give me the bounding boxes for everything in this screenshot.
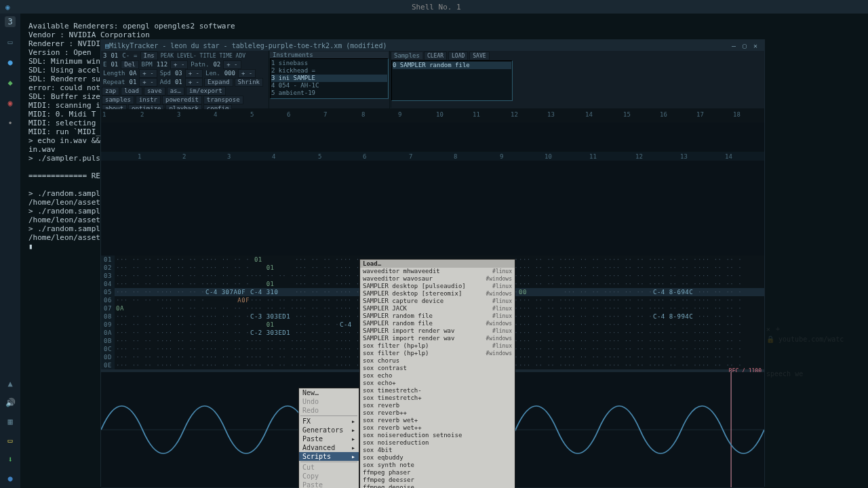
transpose-button[interactable]: transpose bbox=[203, 96, 243, 104]
pattern-cell[interactable]: ··· ·· ·· ··· bbox=[652, 304, 696, 312]
pattern-cell[interactable]: ··· ·· ·· ··· bbox=[159, 312, 204, 321]
ctx-generators[interactable]: Generators▸ bbox=[299, 426, 359, 434]
pattern-cell[interactable]: ··· ·· ·· ··· bbox=[115, 296, 159, 304]
pattern-cell[interactable]: ··· ·· ·· ··· bbox=[159, 296, 204, 304]
pattern-cell[interactable]: ··· ·· ·· ··· bbox=[249, 353, 294, 361]
pattern-cell[interactable]: ··· ·· ·· ··· bbox=[294, 361, 338, 369]
pattern-cell[interactable]: ··· ·· ·· ··· bbox=[696, 272, 741, 280]
pattern-cell[interactable]: 01 bbox=[249, 321, 294, 329]
pattern-cell[interactable]: ··· ·· ·· ··· bbox=[517, 304, 562, 312]
pattern-cell[interactable]: ··· ·· ·· ··· bbox=[652, 296, 696, 304]
load-menu-item[interactable]: sox filter (hp+lp)#linux bbox=[360, 342, 515, 350]
load-menu-item[interactable]: sox filter (hp+lp)#windows bbox=[360, 350, 515, 357]
pattern-cell[interactable]: ··· ·· ·· ··· bbox=[517, 345, 562, 353]
pattern-cell[interactable]: ··· ·· ·· ··· bbox=[159, 337, 204, 345]
pattern-cell[interactable]: ··· ·· ·· ··· bbox=[249, 337, 294, 345]
pattern-cell[interactable]: ··· ·· ·· ··· bbox=[294, 312, 338, 321]
pattern-cell[interactable]: ··· ·· ·· ··· bbox=[204, 256, 249, 264]
pattern-cell[interactable]: ··· ·· ·· ··· bbox=[115, 353, 159, 361]
pattern-cell[interactable]: ··· ·· ·· ··· bbox=[607, 304, 652, 312]
pattern-cell[interactable]: ··· ·· ·· ··· bbox=[652, 329, 696, 337]
pattern-stepper[interactable]: + - bbox=[223, 60, 241, 69]
pattern-cell[interactable]: ··· ·· ·· ··· bbox=[249, 296, 294, 304]
pattern-cell[interactable]: ··· ·· ·· ··· bbox=[562, 337, 607, 345]
ins-button[interactable]: Ins bbox=[140, 52, 158, 60]
download-icon[interactable]: ⬇ bbox=[5, 454, 16, 465]
load-menu-item[interactable]: sox synth note bbox=[360, 462, 515, 469]
pattern-cell[interactable]: ··· ·· ·· ··· bbox=[517, 280, 562, 288]
load-menu-item[interactable]: sox noisereduction setnoise bbox=[360, 432, 515, 439]
pattern-cell[interactable]: ··· ·· ·· ··· bbox=[204, 304, 249, 312]
pattern-cell[interactable]: ··· ·· ·· ··· bbox=[652, 280, 696, 288]
pattern-cell[interactable]: 01 bbox=[249, 280, 294, 288]
pattern-cell[interactable]: C-4 310 bbox=[249, 288, 294, 296]
load-menu-item[interactable]: sox noisereduction bbox=[360, 439, 515, 447]
folder-icon[interactable]: ▭ bbox=[5, 37, 16, 47]
pattern-cell[interactable]: ··· ·· ·· ··· bbox=[115, 264, 159, 272]
circle-icon[interactable]: ● bbox=[5, 57, 16, 68]
pattern-cell[interactable]: ··· ·· ·· ··· bbox=[294, 264, 338, 272]
pattern-cell[interactable]: ··· ·· ·· ··· bbox=[562, 353, 607, 361]
pattern-cell[interactable]: ··· ·· ·· ··· bbox=[517, 361, 562, 369]
load-menu-item[interactable]: sox echo bbox=[360, 372, 515, 380]
pattern-cell[interactable]: ··· ·· ·· ··· bbox=[294, 321, 338, 329]
pattern-cell[interactable]: ··· ·· ·· ··· bbox=[204, 361, 249, 369]
pattern-cell[interactable]: ··· ·· ·· ··· bbox=[115, 321, 159, 329]
pattern-cell[interactable]: ··· ·· ·· ··· bbox=[562, 361, 607, 369]
pattern-cell[interactable]: ··· ·· ·· ··· bbox=[249, 361, 294, 369]
pattern-cell[interactable]: ··· ·· ·· ··· bbox=[607, 312, 652, 321]
arrow-up-icon[interactable]: ▲ bbox=[5, 378, 16, 389]
pattern-cell[interactable]: ··· ·· ·· ··· bbox=[204, 264, 249, 272]
pattern-cell[interactable]: ··· ·· ·· ··· bbox=[159, 288, 204, 296]
expand-button[interactable]: Expand bbox=[204, 78, 233, 87]
dot-icon[interactable]: • bbox=[5, 118, 16, 129]
pattern-cell[interactable]: ··· ·· ·· ··· bbox=[652, 264, 696, 272]
pattern-cell[interactable]: C-4 307A0F bbox=[204, 288, 249, 296]
ctx-scripts[interactable]: Scripts▸ bbox=[299, 452, 359, 461]
pattern-cell[interactable]: ··· ·· ·· ··· bbox=[696, 353, 741, 361]
clear-button[interactable]: CLEAR bbox=[424, 52, 447, 60]
load-menu-item[interactable]: sox reverb wet+ bbox=[360, 417, 515, 424]
load-menu-item[interactable]: SAMPLER capture device#linux bbox=[360, 298, 515, 305]
load-menu-item[interactable]: sox timestretch- bbox=[360, 387, 515, 394]
load-menu-item[interactable]: sox eqbuddy bbox=[360, 454, 515, 462]
pattern-cell[interactable]: ··· ·· ·· ··· bbox=[159, 345, 204, 353]
ctx-paste[interactable]: Paste▸ bbox=[299, 434, 359, 443]
timeline[interactable]: 123456789101112131415161718 123456789101… bbox=[101, 109, 764, 161]
pattern-cell[interactable]: ··· ·· ·· ··· bbox=[517, 272, 562, 280]
pattern-cell[interactable]: ··· ·· ·· ··· bbox=[294, 296, 338, 304]
ctx-new[interactable]: New… bbox=[299, 388, 359, 397]
load-menu-item[interactable]: sox timestretch+ bbox=[360, 394, 515, 402]
workspace-indicator[interactable]: 3 bbox=[5, 16, 16, 27]
load-menu-item[interactable]: sox chorus bbox=[360, 357, 515, 365]
pattern-cell[interactable]: ··· ·· ·· ··· bbox=[696, 329, 741, 337]
pattern-cell[interactable]: ··· ·· ·· ··· bbox=[652, 272, 696, 280]
del-button[interactable]: Del bbox=[121, 60, 138, 69]
pattern-cell[interactable]: ··· ·· ·· ··· bbox=[562, 329, 607, 337]
pattern-cell[interactable]: ··· ·· ·· ··· bbox=[159, 272, 204, 280]
pattern-cell[interactable]: ··· ·· ·· ··· bbox=[294, 353, 338, 361]
ctx-copy[interactable]: Copy bbox=[299, 472, 359, 481]
timeline-bottom[interactable]: 1234567891011121314 bbox=[101, 151, 764, 161]
ctx-redo[interactable]: Redo bbox=[299, 406, 359, 415]
load-submenu[interactable]: Load… waveeditor mhwaveedit#linuxwaveedi… bbox=[359, 259, 515, 488]
pattern-cell[interactable]: ··· ·· ·· ··· bbox=[517, 296, 562, 304]
save-button[interactable]: save bbox=[144, 87, 165, 96]
pattern-cell[interactable]: ··· ·· ·· ··· bbox=[562, 345, 607, 353]
speed-stepper[interactable]: + - bbox=[185, 69, 203, 78]
pattern-cell[interactable]: ··· ·· ·· ··· bbox=[115, 280, 159, 288]
menu-icon[interactable]: ● bbox=[5, 473, 16, 484]
ctx-undo[interactable]: Undo bbox=[299, 397, 359, 406]
load-menu-item[interactable]: SAMPLER random file#windows bbox=[360, 320, 515, 327]
pattern-cell[interactable]: ··· ·· ·· ··· bbox=[159, 264, 204, 272]
load-menu-item[interactable]: SAMPLER random file#linux bbox=[360, 312, 515, 320]
ctx-fx[interactable]: FX▸ bbox=[299, 417, 359, 426]
pattern-cell[interactable]: ··· ·· ·· ··· bbox=[607, 272, 652, 280]
pattern-cell[interactable]: ··· ·· ·· ··· bbox=[204, 280, 249, 288]
repeat-stepper[interactable]: + - bbox=[139, 78, 157, 87]
samples-button[interactable]: samples bbox=[102, 96, 134, 104]
grid-icon[interactable]: ▦ bbox=[5, 416, 16, 427]
pattern-cell[interactable]: ··· ·· ·· ··· bbox=[696, 304, 741, 312]
pattern-cell[interactable]: ··· ·· ·· ··· bbox=[607, 345, 652, 353]
pattern-cell[interactable]: ··· ·· ·· ··· bbox=[517, 312, 562, 321]
